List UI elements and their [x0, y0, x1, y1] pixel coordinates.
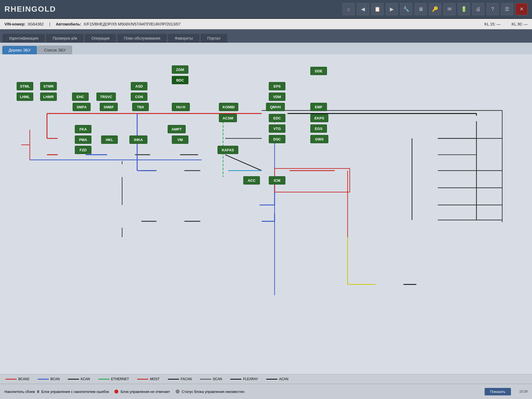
close-icon-btn[interactable]: ✕: [515, 3, 528, 15]
legend-scan: SCAN: [200, 377, 222, 381]
back-icon-btn[interactable]: ◀: [357, 3, 369, 15]
ecu-emf[interactable]: EMF: [310, 103, 327, 111]
ecu-lhml[interactable]: LHML: [17, 93, 33, 101]
diagram-area: ZGM BDC DDE STML STMR LHML LHMR EHC TRSV…: [8, 57, 524, 366]
fault-label: Накопитель сбоев: [4, 390, 35, 394]
ecu-kafas[interactable]: KAFAS: [218, 146, 238, 154]
ecu-eps[interactable]: EPS: [269, 82, 285, 90]
window-icon-btn[interactable]: ☰: [501, 3, 513, 15]
ecu-ehc[interactable]: EHC: [72, 93, 89, 101]
ecu-asd[interactable]: ASD: [131, 82, 147, 90]
acan-label: ACAN: [279, 377, 288, 381]
help-icon-btn[interactable]: ?: [487, 3, 499, 15]
ecu-kombi[interactable]: KOMBI: [219, 103, 238, 111]
ecu-fzd[interactable]: FZD: [75, 146, 91, 154]
scan-label: SCAN: [213, 377, 222, 381]
ecu-acc[interactable]: ACC: [243, 176, 260, 185]
ecu-vm[interactable]: VM: [172, 135, 188, 144]
ecu-stmr[interactable]: STMR: [40, 82, 57, 90]
fault-store-label: Блок управления с накопителем ошибок: [41, 390, 109, 394]
tab-service[interactable]: План обслуживания: [117, 34, 167, 43]
ecu-ihka[interactable]: IHKA: [129, 135, 147, 144]
tab-check[interactable]: Проверка а/м: [46, 34, 84, 43]
ecu-trsvc[interactable]: TRSVC: [96, 93, 116, 101]
ecu-fka[interactable]: FKA: [75, 125, 91, 133]
ecu-vdm[interactable]: VDM: [269, 93, 285, 101]
legend-facan: FACAN: [168, 377, 192, 381]
legend-kcan: KCAN: [68, 377, 90, 381]
ecu-edc[interactable]: EDC: [269, 114, 285, 122]
title-icons: ⌂ ◀ 📋 ▶ 🔧 🖥 🔑 ✉ 🔋 🖨 ? ☰ ✕: [342, 3, 528, 15]
facan-label: FACAN: [181, 377, 192, 381]
tab-portal[interactable]: Портал: [200, 34, 227, 43]
ecu-huh[interactable]: HU-H: [172, 103, 190, 111]
tools-icon-btn[interactable]: 🔑: [429, 3, 441, 15]
ecu-smbf[interactable]: SMBF: [100, 103, 118, 111]
ecu-stml[interactable]: STML: [17, 82, 33, 90]
ecu-vtg[interactable]: VTG: [269, 124, 285, 133]
ecu-con[interactable]: CON: [131, 93, 147, 101]
battery-icon-btn[interactable]: 🔋: [458, 3, 470, 15]
car-label: Автомобиль:: [56, 22, 81, 26]
sub-tab-ecu-tree[interactable]: Дерево ЭБУ: [2, 46, 37, 54]
sub-tabs: Дерево ЭБУ Список ЭБУ: [0, 43, 532, 54]
ecu-icm[interactable]: ICM: [269, 176, 285, 185]
bcan2-label: BCAN2: [18, 377, 29, 381]
no-response-item: Блок управления не отвечает: [114, 390, 170, 394]
ecu-zgm[interactable]: ZGM: [172, 65, 188, 74]
tab-favorites[interactable]: Фавориты: [168, 34, 200, 43]
legend-ethernet: ETHERNET: [98, 377, 129, 381]
mail-icon-btn[interactable]: ✉: [443, 3, 456, 15]
facan-line: [168, 379, 179, 380]
fault-count: 0: [37, 390, 39, 394]
print-icon-btn[interactable]: 🖨: [472, 3, 484, 15]
doc-icon-btn[interactable]: 📋: [371, 3, 383, 15]
ecu-smfa[interactable]: SMFA: [73, 103, 91, 111]
vin-bar: VIN-номер: 0G64362 | Автомобиль: X/F15/В…: [0, 19, 532, 29]
ecu-ekps[interactable]: EKPS: [310, 114, 328, 122]
ecu-egs[interactable]: EGS: [310, 124, 327, 133]
kl30-label: KL 30: —: [511, 22, 528, 26]
show-button[interactable]: Показать: [485, 388, 511, 395]
ecu-ampt[interactable]: AMPT: [168, 125, 186, 133]
flexray-label: FLEXRAY: [243, 377, 258, 381]
ecu-pma[interactable]: PMA: [75, 135, 91, 144]
no-response-dot: [114, 390, 118, 393]
ecu-gws[interactable]: GWS: [310, 135, 328, 143]
fault-store-item: Накопитель сбоев 0 Блок управления с нак…: [4, 390, 109, 394]
ethernet-line: [98, 379, 109, 380]
ecu-tbx[interactable]: TBX: [132, 103, 149, 111]
kl-info: KL 15: — KL 30: —: [484, 22, 528, 26]
car-value: X/F15/ВНЕДОР/X5 M50dX/N57/АКПП/EUR/ЛР/20…: [83, 22, 180, 26]
legend-most: MOST: [137, 377, 160, 381]
tab-identification[interactable]: Идентификация: [2, 34, 45, 43]
tab-operations[interactable]: Операции: [85, 34, 117, 43]
ecu-hkl[interactable]: HKL: [101, 135, 118, 144]
forward-icon-btn[interactable]: ▶: [386, 3, 398, 15]
sub-tab-ecu-list[interactable]: Список ЭБУ: [38, 46, 72, 54]
most-line: [137, 379, 148, 380]
ecu-dsc[interactable]: DSC: [269, 135, 285, 143]
kl15-label: KL 15: —: [484, 22, 500, 26]
monitor-icon-btn[interactable]: 🖥: [415, 3, 427, 15]
vin-sep: |: [49, 22, 50, 26]
nav-tabs: Идентификация Проверка а/м Операции План…: [0, 29, 532, 43]
home-icon-btn[interactable]: ⌂: [342, 3, 355, 15]
flexray-line: [230, 379, 241, 380]
title-bar: RHEINGOLD ⌂ ◀ 📋 ▶ 🔧 🖥 🔑 ✉ 🔋 🖨 ? ☰ ✕: [0, 0, 532, 19]
ecu-dde[interactable]: DDE: [310, 67, 327, 75]
svg-line-5: [225, 155, 262, 170]
bcan2-line: [6, 379, 17, 380]
ecu-qmvh[interactable]: QMVH: [266, 103, 285, 111]
wrench-icon-btn[interactable]: 🔧: [400, 3, 412, 15]
no-response-label: Блок управления не отвечает: [121, 390, 170, 394]
scan-line: [200, 379, 211, 380]
ecu-lhmr[interactable]: LHMR: [40, 93, 57, 101]
time-display: 10:39: [519, 390, 528, 393]
legend-bar: BCAN2 BCAN KCAN ETHERNET MOST FACAN: [0, 374, 532, 384]
svg-rect-38: [275, 168, 350, 192]
ecu-bdc[interactable]: BDC: [172, 76, 188, 84]
kcan-label: KCAN: [81, 377, 90, 381]
ecu-acsm[interactable]: ACSM: [219, 114, 237, 122]
bcan-label: BCAN: [50, 377, 60, 381]
